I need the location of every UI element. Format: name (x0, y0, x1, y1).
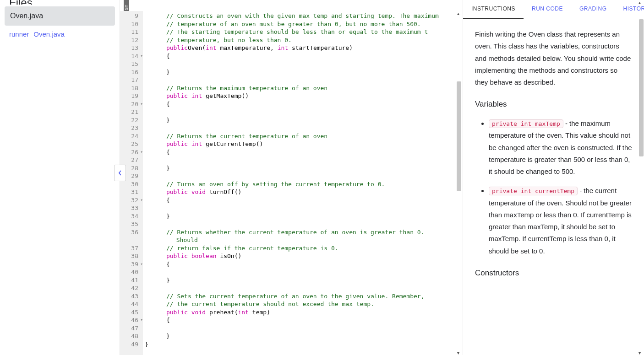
tab-run-code[interactable]: RUN CODE (524, 0, 571, 19)
variable-currenttemp: private int currentTemp - the current te… (489, 185, 632, 257)
scroll-down-icon[interactable]: ▾ (457, 350, 462, 355)
scroll-up-icon[interactable]: ▴ (457, 11, 462, 16)
editor-toolbar: ST ⛔ NOT SUBMITTED SAVE SUBMIT (120, 0, 463, 11)
tab-grading[interactable]: GRADING (571, 0, 615, 19)
variables-heading: Variables (475, 97, 632, 111)
instructions-scrollbar[interactable]: ▴ ▾ (638, 0, 644, 355)
chevron-left-icon (118, 170, 122, 176)
editor-panel: ST ⛔ NOT SUBMITTED SAVE SUBMIT 910111213… (120, 0, 463, 355)
file-breadcrumb: runner Oven.java (0, 30, 120, 38)
file-sidebar: Files Oven.java runner Oven.java (0, 0, 120, 355)
instructions-intro: Finish writing the Oven class that repre… (475, 28, 632, 88)
instructions-panel: INSTRUCTIONS RUN CODE GRADING HISTORY Fi… (463, 0, 644, 355)
code-chip-maxtemp: private int maxTemp (489, 119, 563, 128)
right-tabs: INSTRUCTIONS RUN CODE GRADING HISTORY (463, 0, 644, 19)
variable-maxtemp: private int maxTemp - the maximum temper… (489, 118, 632, 178)
scroll-down-icon[interactable]: ▾ (639, 350, 643, 355)
editor-scrollbar[interactable]: ▴ ▾ (456, 11, 463, 355)
files-heading: Files (0, 0, 120, 5)
status-vertical-tag: ST (124, 0, 129, 11)
collapse-sidebar-button[interactable] (114, 165, 126, 181)
code-area[interactable]: // Constructs an oven with the given max… (143, 11, 463, 355)
code-chip-currenttemp: private int currentTemp (489, 187, 578, 195)
code-editor[interactable]: 9101112131415161718192021222324252627282… (120, 11, 463, 355)
tab-instructions[interactable]: INSTRUCTIONS (463, 0, 524, 19)
instructions-body[interactable]: Finish writing the Oven class that repre… (463, 19, 644, 355)
breadcrumb-folder[interactable]: runner (9, 30, 29, 38)
scroll-up-icon[interactable]: ▴ (639, 0, 643, 5)
constructors-heading: Constructors (475, 266, 632, 280)
file-item-oven[interactable]: Oven.java (5, 6, 115, 26)
scroll-thumb[interactable] (639, 19, 644, 156)
line-gutter: 9101112131415161718192021222324252627282… (120, 11, 143, 355)
scroll-thumb[interactable] (457, 81, 461, 191)
breadcrumb-file[interactable]: Oven.java (33, 30, 65, 38)
